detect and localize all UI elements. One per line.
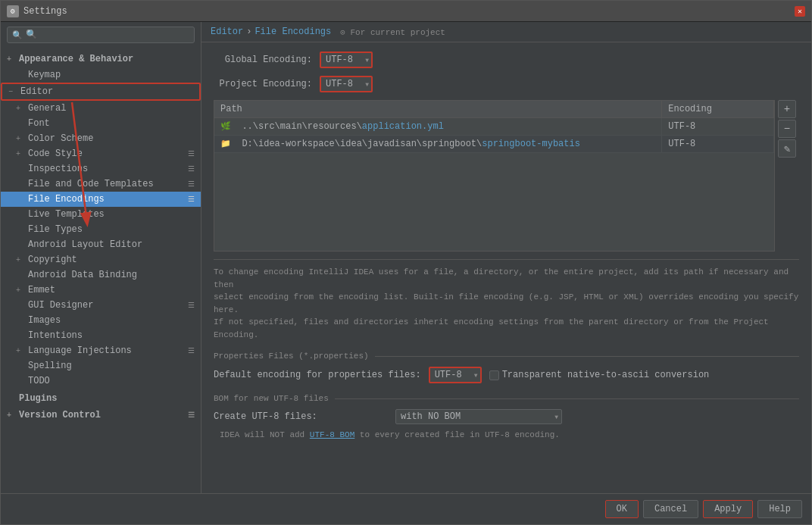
sidebar-item-keymap[interactable]: Keymap	[1, 67, 201, 83]
sidebar-item-images[interactable]: Images	[1, 313, 201, 328]
sidebar-item-spelling[interactable]: Spelling	[1, 358, 201, 373]
title-bar: ⚙ Settings ✕	[1, 1, 811, 22]
sidebar-item-editor[interactable]: − Editor	[1, 83, 201, 101]
spacer	[16, 226, 25, 234]
table-row[interactable]: 📁 D:\idea-workspace\idea\javadisan\sprin…	[214, 136, 774, 153]
sidebar-item-android-data-binding[interactable]: Android Data Binding	[1, 267, 201, 283]
search-icon: 🔍	[12, 30, 23, 40]
bom-note: IDEA will NOT add UTF-8 BOM to every cre…	[220, 430, 799, 439]
edit-path-button[interactable]: ✎	[778, 139, 796, 158]
encoding-cell: UTF-8	[662, 118, 774, 136]
sidebar-item-file-code-templates[interactable]: File and Code Templates ☰	[1, 177, 201, 192]
sidebar-item-file-types[interactable]: File Types	[1, 222, 201, 237]
sidebar-label: Inspections	[28, 164, 88, 174]
search-box[interactable]: 🔍	[7, 27, 195, 43]
spacer	[16, 180, 25, 189]
path-cell: 🌿 ..\src\main\resources\application.yml	[214, 118, 662, 136]
table-section: Path Encoding 🌿 ..\src\main\resources\ap…	[214, 100, 799, 252]
path-table: Path Encoding 🌿 ..\src\main\resources\ap…	[214, 101, 774, 153]
path-highlight: application.yml	[362, 121, 444, 132]
bom-note-prefix: IDEA will NOT add	[220, 430, 310, 439]
sidebar-label: General	[28, 103, 66, 114]
project-encoding-select-wrapper[interactable]: UTF-8	[320, 76, 373, 92]
help-button[interactable]: Help	[757, 500, 802, 518]
settings-badge: ☰	[188, 411, 195, 420]
file-icon: 🌿	[220, 122, 231, 131]
sidebar-item-general[interactable]: + General	[1, 101, 201, 116]
sidebar-label: File Encodings	[28, 194, 105, 205]
sidebar-item-live-templates[interactable]: Live Templates	[1, 207, 201, 222]
breadcrumb-bar: Editor › File Encodings ⊙ For current pr…	[201, 22, 811, 42]
sidebar-item-inspections[interactable]: Inspections ☰	[1, 161, 201, 177]
info-text: To change encoding IntelliJ IDEA uses fo…	[214, 259, 799, 341]
bottom-buttons: OK Cancel Apply Help	[1, 493, 811, 524]
settings-icon: ⚙	[7, 5, 19, 17]
sidebar-item-version-control[interactable]: + Version Control ☰	[1, 407, 201, 423]
spacer	[16, 241, 25, 249]
spacer	[16, 165, 25, 173]
sidebar-label: File Types	[28, 224, 83, 235]
sidebar-item-android-layout-editor[interactable]: Android Layout Editor	[1, 237, 201, 252]
sidebar-item-appearance[interactable]: + Appearance & Behavior	[1, 51, 201, 67]
cancel-button[interactable]: Cancel	[643, 500, 698, 518]
props-encoding-select-wrapper[interactable]: UTF-8	[429, 367, 482, 383]
sidebar-label: Emmet	[28, 285, 55, 295]
props-encoding-select[interactable]: UTF-8	[429, 367, 482, 383]
expand-icon: +	[16, 150, 25, 158]
sidebar-label: Intentions	[28, 330, 83, 341]
title-bar-left: ⚙ Settings	[7, 5, 67, 17]
global-encoding-select[interactable]: UTF-8	[320, 52, 373, 68]
sidebar-item-font[interactable]: Font	[1, 116, 201, 131]
sidebar-item-color-scheme[interactable]: + Color Scheme	[1, 131, 201, 146]
sidebar-item-copyright[interactable]: + Copyright	[1, 252, 201, 267]
spacer	[16, 377, 25, 386]
search-input[interactable]	[26, 30, 189, 40]
sidebar-label: Appearance & Behavior	[19, 54, 133, 64]
transparent-checkbox-label[interactable]: Transparent native-to-ascii conversion	[489, 370, 710, 380]
folder-icon: 📁	[220, 139, 231, 148]
sidebar-label: Version Control	[19, 410, 101, 420]
sidebar-item-emmet[interactable]: + Emmet	[1, 283, 201, 298]
ok-button[interactable]: OK	[605, 500, 639, 518]
sidebar-label: Language Injections	[28, 345, 132, 356]
settings-badge: ☰	[188, 149, 195, 158]
apply-button[interactable]: Apply	[703, 500, 753, 518]
close-button[interactable]: ✕	[795, 6, 805, 17]
sidebar-label: Editor	[20, 86, 53, 97]
sidebar-item-gui-designer[interactable]: GUI Designer ☰	[1, 298, 201, 313]
sidebar-item-plugins[interactable]: Plugins	[1, 390, 201, 407]
col-path: Path	[214, 101, 662, 118]
bom-note-suffix: to every created file in UTF-8 encoding.	[354, 430, 560, 439]
path-table-container: Path Encoding 🌿 ..\src\main\resources\ap…	[214, 100, 775, 252]
bom-select-wrapper[interactable]: with NO BOM with BOM	[395, 409, 562, 424]
bom-link[interactable]: UTF-8 BOM	[310, 430, 354, 439]
bom-select[interactable]: with NO BOM with BOM	[395, 409, 562, 424]
sidebar-label: Spelling	[28, 361, 72, 371]
expand-icon: +	[16, 347, 25, 355]
sidebar-item-todo[interactable]: TODO	[1, 373, 201, 389]
sidebar-label: Android Data Binding	[28, 270, 137, 280]
project-encoding-row: Project Encoding: UTF-8	[214, 76, 799, 92]
project-encoding-select[interactable]: UTF-8	[320, 76, 373, 92]
sidebar-label: Plugins	[19, 393, 57, 404]
sidebar: 🔍 + Appearance & Behavior Keymap	[1, 22, 201, 493]
path-prefix: ..\src\main\resources\	[236, 121, 362, 132]
add-path-button[interactable]: +	[778, 100, 796, 118]
sidebar-item-intentions[interactable]: Intentions	[1, 328, 201, 343]
settings-badge: ☰	[188, 164, 195, 173]
breadcrumb-current: File Encodings	[255, 27, 331, 37]
sidebar-item-file-encodings[interactable]: File Encodings ☰	[1, 192, 201, 207]
sidebar-item-code-style[interactable]: + Code Style ☰	[1, 146, 201, 161]
properties-section-label: Properties Files (*.properties)	[214, 352, 369, 361]
settings-badge: ☰	[188, 301, 195, 310]
path-prefix: D:\idea-workspace\idea\javadisan\springb…	[236, 139, 482, 149]
table-row[interactable]: 🌿 ..\src\main\resources\application.yml …	[214, 118, 774, 136]
expand-icon: +	[16, 256, 25, 264]
spacer	[16, 120, 25, 128]
global-encoding-select-wrapper[interactable]: UTF-8	[320, 52, 373, 68]
sidebar-item-language-injections[interactable]: + Language Injections ☰	[1, 343, 201, 358]
remove-path-button[interactable]: −	[778, 120, 796, 138]
transparent-checkbox[interactable]	[489, 370, 499, 380]
sidebar-label: Code Style	[28, 148, 83, 159]
bom-row: Create UTF-8 files: with NO BOM with BOM	[214, 409, 799, 424]
